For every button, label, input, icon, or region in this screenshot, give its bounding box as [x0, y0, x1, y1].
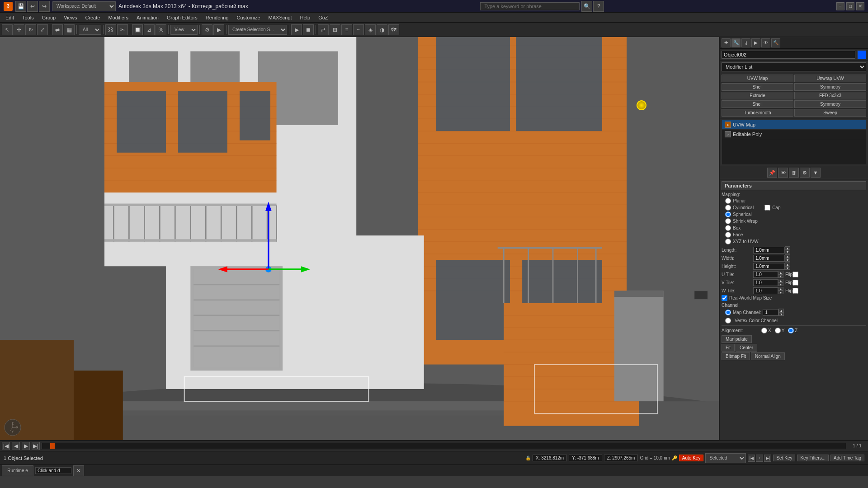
menu-graph-editors[interactable]: Graph Editors — [163, 14, 201, 21]
create-selection-dropdown[interactable]: Create Selection S... — [228, 25, 287, 35]
vtile-spin-up[interactable]: ▲ — [778, 279, 783, 282]
vtile-input[interactable] — [753, 279, 778, 286]
mod-btn-sweep[interactable]: Sweep — [794, 109, 866, 117]
mod-stack-editablepoly[interactable]: ○ Editable Poly — [722, 130, 866, 139]
array-btn[interactable]: ▦ — [64, 24, 75, 35]
key-add-btn[interactable]: + — [756, 455, 763, 462]
fit-btn[interactable]: Fit — [722, 344, 735, 352]
wtile-spin-down[interactable]: ▼ — [778, 291, 783, 294]
utilities-tab-btn[interactable]: 🔨 — [771, 38, 780, 47]
mod-stack-uvwmap[interactable]: ● UVW Map — [722, 120, 866, 130]
play-btn[interactable]: ▶ — [291, 24, 302, 35]
rotate-btn[interactable]: ↻ — [25, 24, 36, 35]
realworld-checkbox[interactable] — [722, 295, 727, 301]
menu-goz[interactable]: GoZ — [315, 14, 331, 21]
menu-views[interactable]: Views — [60, 14, 80, 21]
snap-toggle-btn[interactable]: 🔲 — [132, 24, 143, 35]
material-btn[interactable]: ◑ — [377, 24, 387, 35]
height-spin-up[interactable]: ▲ — [785, 263, 790, 266]
quick-access-btn[interactable]: 💾 — [15, 1, 26, 12]
channel-spin-down[interactable]: ▼ — [778, 312, 784, 316]
center-btn[interactable]: Center — [736, 344, 757, 352]
map-browser-btn[interactable]: 🗺 — [388, 24, 399, 35]
timeline-play-btn[interactable]: |◀ — [2, 442, 10, 450]
parameters-header[interactable]: Parameters — [722, 181, 866, 190]
display-tab-btn[interactable]: 👁 — [761, 38, 770, 47]
radio-xyztuvw[interactable] — [725, 239, 731, 244]
close-button[interactable]: ✕ — [856, 2, 864, 10]
search-input[interactable] — [480, 2, 580, 10]
radio-map-channel[interactable] — [725, 310, 731, 315]
length-input[interactable] — [753, 247, 785, 253]
menu-create[interactable]: Create — [81, 14, 104, 21]
key-next-btn[interactable]: ▶| — [764, 455, 771, 462]
timeline-next-btn[interactable]: ▶| — [32, 442, 40, 450]
align-btn[interactable]: ⊞ — [330, 24, 340, 35]
percent-snap-btn[interactable]: % — [156, 24, 166, 35]
collapse-btn[interactable]: ▼ — [811, 168, 821, 178]
height-spin-down[interactable]: ▼ — [785, 266, 790, 270]
radio-vertex-color[interactable] — [725, 318, 731, 324]
menu-edit[interactable]: Edit — [2, 14, 18, 21]
object-name-input[interactable] — [722, 51, 855, 59]
width-spin-down[interactable]: ▼ — [785, 258, 790, 262]
timeline-bar[interactable] — [42, 443, 846, 449]
mirror-btn[interactable]: ⇌ — [52, 24, 63, 35]
mod-btn-ffd[interactable]: FFD 3x3x3 — [794, 92, 866, 99]
radio-box[interactable] — [725, 225, 731, 231]
menu-customize[interactable]: Customize — [233, 14, 264, 21]
mod-btn-shell2[interactable]: Shell — [722, 100, 793, 108]
width-spin-up[interactable]: ▲ — [785, 254, 790, 258]
manipulate-btn[interactable]: Manipulate — [722, 335, 752, 343]
filter-dropdown[interactable]: All — [79, 25, 101, 35]
utile-input[interactable] — [753, 271, 778, 278]
wtile-spin-up[interactable]: ▲ — [778, 287, 783, 291]
height-input[interactable] — [753, 263, 785, 270]
view-dropdown[interactable]: View — [170, 25, 198, 35]
undo-btn[interactable]: ↩ — [27, 1, 38, 12]
remove-mod-btn[interactable]: 🗑 — [789, 168, 799, 178]
radio-align-z[interactable] — [788, 328, 794, 333]
hierarchy-tab-btn[interactable]: ⚷ — [741, 38, 750, 47]
mirror2-btn[interactable]: ⇄ — [318, 24, 329, 35]
flip-w-checkbox[interactable] — [793, 288, 798, 294]
radio-align-x[interactable] — [761, 328, 767, 333]
layer-btn[interactable]: ≡ — [341, 24, 352, 35]
close-bottom-btn[interactable]: ✕ — [73, 465, 84, 476]
auto-key-btn[interactable]: Auto Key — [679, 455, 704, 461]
mod-btn-shell1[interactable]: Shell — [722, 83, 793, 91]
redo-btn[interactable]: ↪ — [39, 1, 50, 12]
flip-u-checkbox[interactable] — [793, 272, 798, 277]
mod-btn-extrude[interactable]: Extrude — [722, 92, 793, 99]
menu-maxscript[interactable]: MAXScript — [265, 14, 296, 21]
show-result-btn[interactable]: 👁 — [778, 168, 788, 178]
width-input[interactable] — [753, 255, 785, 262]
radio-spherical[interactable] — [725, 211, 731, 217]
pin-stack-btn[interactable]: 📌 — [767, 168, 777, 178]
workspace-dropdown[interactable]: Workspace: Default — [52, 1, 116, 11]
map-channel-input[interactable] — [763, 309, 778, 316]
motion-tab-btn[interactable]: ▶ — [751, 38, 760, 47]
radio-cylindrical[interactable] — [725, 205, 731, 211]
menu-tools[interactable]: Tools — [19, 14, 38, 21]
viewport[interactable]: [ VRayPhysicalCamera001 ] [ Realistic ] — [0, 37, 719, 440]
key-filters-btn[interactable]: Key Filters... — [797, 455, 829, 461]
stop-btn[interactable]: ⏹ — [303, 24, 314, 35]
flip-v-checkbox[interactable] — [793, 280, 798, 286]
render-btn[interactable]: ▶ — [213, 24, 224, 35]
mod-btn-unwrap[interactable]: Unwrap UVW — [794, 75, 866, 82]
radio-shrink[interactable] — [725, 218, 731, 224]
timeline-play-fwd-btn[interactable]: ▶ — [22, 442, 30, 450]
menu-modifiers[interactable]: Modifiers — [104, 14, 132, 21]
search-icon[interactable]: 🔍 — [581, 1, 592, 12]
modify-tab-btn[interactable]: 🔧 — [731, 38, 741, 47]
menu-animation[interactable]: Animation — [133, 14, 162, 21]
object-color-swatch[interactable] — [857, 50, 866, 59]
normal-align-btn[interactable]: Normal Align — [751, 352, 785, 360]
wtile-input[interactable] — [753, 287, 778, 294]
select-mode-btn[interactable]: ↖ — [2, 24, 13, 35]
mod-btn-symmetry2[interactable]: Symmetry — [794, 100, 866, 108]
help-icon[interactable]: ? — [593, 1, 604, 12]
move-btn[interactable]: ✛ — [14, 24, 24, 35]
mod-btn-uvwmap[interactable]: UVW Map — [722, 75, 793, 82]
